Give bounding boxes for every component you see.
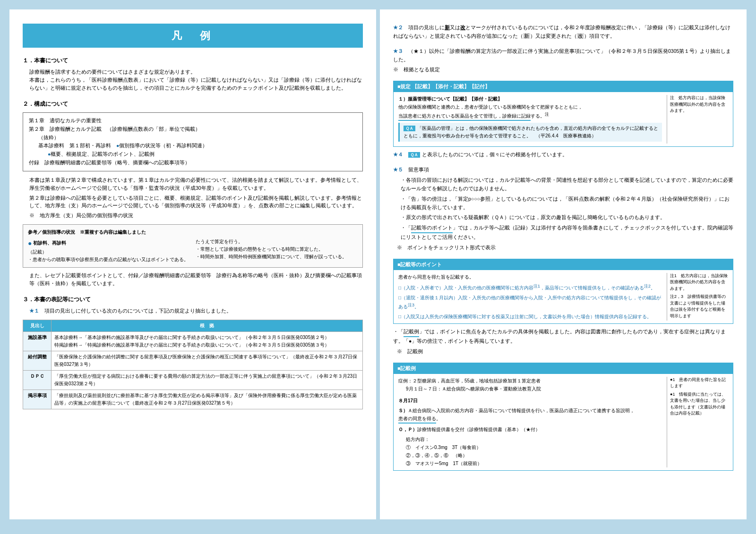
section2-heading: ２．構成について <box>23 100 363 109</box>
box-line6: 付録 診療報酬明細書の記載要領等（略号、摘要欄への記載事項等） <box>29 159 357 167</box>
example-box-body: 症例：２型糖尿病，高血圧等，55歳，地域包括診療加算１算定患者 9月１日～７日：… <box>394 374 733 470</box>
section1-content: 診療報酬を請求するための要件についてはさまざまな規定があります。 本書は，これら… <box>29 68 363 92</box>
table-row: 掲示事項 「療担規則及び薬担規則並びに療担基準に基づき厚生労働大臣が定める掲示事… <box>23 390 363 409</box>
point-box-body: 患者から同意を得た旨を記載する。 □（入院・入所者で）入院・入所先の他の医療機関… <box>394 270 733 324</box>
example-case: 症例：２型糖尿病，高血圧等，55歳，地域包括診療加算１算定患者 <box>398 377 662 385</box>
point-note: ※ ポイントをチェックリスト形式で表示 <box>397 244 733 252</box>
point-side-note2: 注2，3 診療情報提供書等の文書により情報提供をした場合は抜を添付するなど根拠を… <box>670 294 728 319</box>
star5-heading: ★５ 留意事項 <box>393 166 733 174</box>
section1-heading: １．本書について <box>23 56 363 65</box>
ex-side-note1: ●1 患者の同意を得た旨を記します <box>670 377 728 390</box>
ref-inner: ● 初診料、再診料 （記載） ・患者からの聴取事項や診察所見の要点の記載がない又… <box>28 238 358 263</box>
ref-left: ● 初診料、再診料 （記載） ・患者からの聴取事項や診察所見の要点の記載がない又… <box>28 238 190 263</box>
ref-l2: （記載） <box>28 248 190 256</box>
example-rp2: ②，③，④，⑤，⑥ （略） <box>406 451 662 459</box>
example-rp3: ③ マオスリー5mg 1T（就寝前） <box>406 459 662 467</box>
point-layout: 患者から同意を得た旨を記載する。 □（入院・入所者で）入院・入所先の他の医療機関… <box>398 273 728 321</box>
star3-label: ★３ <box>393 48 403 54</box>
rule-item1-content: 他の保険医療機関と連携の上，患者が受診している医療機関を全て把握するとともに，当… <box>398 103 662 121</box>
example-col-side: ●1 患者の同意を得た旨を記します ●1 情報提供に当たっては、文書を用いた場合… <box>667 377 728 467</box>
ref-note: また、レセプト記載要領ポイントとして、付録／診療報酬明細書の記載要領等 診療行為… <box>29 271 363 288</box>
s2-p1: 本書は第１章及び第２章で構成されています。第１章はカルテ完備の必要性について、法… <box>29 176 363 192</box>
box-line5: ●概要、根拠規定、記載等のポイント、記載例 <box>48 150 357 159</box>
point-col-side: 注1 処方内容には，当該保険医療機関以外の処方内容を含みます。 注2，3 診療情… <box>667 273 728 321</box>
point-item1: □（入院・入所者で）入院・入所先の他の医療機関等に処方内容注1，薬品等について情… <box>398 283 662 292</box>
row-label-1: 給付調整 <box>23 351 52 370</box>
star2-label: ★２ <box>393 25 403 30</box>
ref-right: たうえで算定を行う。 ・常態として診療後処の態勢をとっている時間に算定した。 ・… <box>196 238 358 263</box>
ref-box-title: 参考／個別指導の状況 ※重複する内容は編集しました <box>28 229 358 236</box>
title-box: 凡 例 <box>23 24 363 48</box>
star3-text: ★３ （★１）以外に「診療報酬の算定方法の一部改正に伴う実施上の留意事項について… <box>393 47 733 64</box>
example-layout: 症例：２型糖尿病，高血圧等，55歳，地域包括診療加算１算定患者 9月１日～７日：… <box>398 377 728 467</box>
ref-r2: ・常態として診療後処の態勢をとっている時間に算定した。 <box>196 246 358 253</box>
point-box: ■記載等のポイント 患者から同意を得た旨を記載する。 □（入院・入所者で）入院・… <box>393 259 733 324</box>
table-row: 施設基準 基本診療料→「基本診療料の施設基準等及びその届出に関する手続きの取扱い… <box>23 331 363 351</box>
star1-text: ★１ 項目の見出しに付している次のものについては，下記の規定より抽出しました。 <box>29 307 363 315</box>
example-s: Ｓ）Ａ総合病院へ入院前の処方内容・薬品等について情報提供を行い，医薬品の適正につ… <box>398 407 662 424</box>
rule-item1-heading: １）服薬管理等について【記載】【添付・記載】 <box>398 95 662 103</box>
s2-p3: ※ 地方厚生（支）局公開の個別指導の状況 <box>29 212 363 220</box>
ryui-3: ・原文の形式で出されている疑義解釈（ＱＡ）については，原文の趣旨を掲記し簡略化し… <box>401 213 733 222</box>
rule-box-header: ■規定 【記載】【添付・記載】【記付】 <box>394 81 733 92</box>
box-line1: 第１章 適切なカルテの重要性 <box>29 117 357 125</box>
box-line3: （抜粋） <box>38 134 357 142</box>
ref-l3: ・患者からの聴取事項や診察所見の要点の記載がない又はポイントである。 <box>28 256 190 263</box>
star3-section: ★３ （★１）以外に「診療報酬の算定方法の一部改正に伴う実施上の留意事項について… <box>393 47 733 75</box>
example-dates: 9月１日～７日：Ａ総合病院へ糖尿病の食事・運動療法教育入院 <box>406 385 662 393</box>
page-container: 凡 例 １．本書について 診療報酬を請求するための要件についてはさまざまな規定が… <box>0 0 756 529</box>
box-line2: 第２章 診療報酬とカルテ記載 （診療報酬点数表の「部」単位で掲載） <box>29 125 357 134</box>
kiroku-note: ・「記載例」では，ポイントに焦点をあてたカルテの具体例を掲載しました。内容は図書… <box>393 328 733 346</box>
section3-heading: ３．本書の表記等について <box>23 295 363 304</box>
rule-box-body: １）服薬管理等について【記載】【添付・記載】 他の保険医療機関と連携の上，患者が… <box>394 92 733 146</box>
qa-box: ＱＡ「医薬品の管理」とは，他の保険医療機関で処方されたものを含め，直近の処方内容… <box>398 123 662 142</box>
section1-p2: 本書は，これらのうち，「医科診療報酬点数表」において「診療録（等）に記載しなけれ… <box>29 76 363 92</box>
table-header-label: 見出し <box>23 320 52 331</box>
box-line4: 基本診療料 第１部初・再診料 ●個別指導の状況等（初・再診料関連） <box>38 142 357 150</box>
data-table: 見出し 根 拠 施設基準 基本診療料→「基本診療料の施設基準等及びその届出に関す… <box>23 320 363 409</box>
row-label-0: 施設基準 <box>23 331 52 351</box>
section2-box: 第１章 適切なカルテの重要性 第２章 診療報酬とカルテ記載 （診療報酬点数表の「… <box>23 112 363 171</box>
star1-label: ★１ 項目の見出しに付している次のものについては，下記の規定より抽出しました。 <box>29 307 363 315</box>
point-item3: □（入院又は入所先の保険医療機関等に対する投薬又は注射に関し，文書以外を用いた場… <box>398 313 662 321</box>
qa-inline-label: ＱＡ <box>408 152 420 158</box>
page-title: 凡 例 <box>23 27 363 44</box>
ryui-4: ・「記載等のポイント」では，カルテ等へ記載（記録）又は添付する内容等を箇条書きに… <box>401 224 733 242</box>
row-content-0: 基本診療料→「基本診療料の施設基準等及びその届出に関する手続きの取扱いについて」… <box>52 331 363 351</box>
ref-note-text: また、レセプト記載要領ポイントとして、付録／診療報酬明細書の記載要領等 診療行為… <box>29 271 363 288</box>
s2-p2: 第２章は診療録への記載等を必要としている項目ごとに、概要、根拠規定、記載等のポイ… <box>29 194 363 210</box>
ref-box: 参考／個別指導の状況 ※重複する内容は編集しました ● 初診料、再診料 （記載）… <box>23 224 363 268</box>
point-side-note1: 注1 処方内容には，当該保険医療機関以外の処方内容を含みます。 <box>670 273 728 292</box>
star4-section: ★４ ＱＡと表示したものについては，個々にその根拠を付しています。 <box>393 151 733 159</box>
point-item0: 患者から同意を得た旨を記載する。 <box>398 273 662 281</box>
kiroku-section: ・「記載例」では，ポイントに焦点をあてたカルテの具体例を掲載しました。内容は図書… <box>393 328 733 356</box>
ex-note: ※ 記載例 <box>397 348 733 356</box>
rule-col-side: 注 処方内容には，当該保険医療機関以外の処方内容を含みます。 <box>667 95 728 144</box>
row-content-1: 「医療保険と介護保険の給付調整に関する留意事項及び医療保険と介護保険の相互に関連… <box>52 351 363 370</box>
point-item2: □（退院・退所後１月以内）入院・入所先の他の医療機関等から入院・入所中の処方内容… <box>398 294 662 311</box>
example-op: Ｏ，Ｐ）診療情報提供書を交付（診療情報提供書（基本）（★付） <box>398 425 662 433</box>
table-header-basis: 根 拠 <box>52 320 363 331</box>
star4-label: ★４ <box>393 152 403 157</box>
row-content-2: 「厚生労働大臣が指定する病院における療養に要する費用の額の算定方法の一部改正等に… <box>52 370 363 390</box>
example-rp-label: 処方内容： <box>406 435 662 443</box>
section1-p1: 診療報酬を請求するための要件についてはさまざまな規定があります。 <box>29 68 363 76</box>
example-date: ８月17日 <box>398 397 662 405</box>
ref-l1: ● 初診料、再診料 <box>28 238 190 248</box>
right-page: ★２ 項目の見出しに新又は改とマークが付されているものについては，令和２年度診療… <box>380 9 747 519</box>
star5-section: ★５ 留意事項 ・各項目の冒頭における解説については，カルテ記載等への背景・関連… <box>393 166 733 252</box>
star2-text: ★２ 項目の見出しに新又は改とマークが付されているものについては，令和２年度診療… <box>393 24 733 41</box>
section2-content2: 本書は第１章及び第２章で構成されています。第１章はカルテ完備の必要性について、法… <box>29 176 363 220</box>
table-row: 給付調整 「医療保険と介護保険の給付調整に関する留意事項及び医療保険と介護保険の… <box>23 351 363 370</box>
ref-r3: ・時間外加算、時間外特例医療機関加算について、理解が誤っている。 <box>196 253 358 261</box>
example-box-header: ■記載例 <box>394 363 733 374</box>
example-col-main: 症例：２型糖尿病，高血圧等，55歳，地域包括診療加算１算定患者 9月１日～７日：… <box>398 377 662 467</box>
row-label-2: ＤＰＣ <box>23 370 52 390</box>
ex-side-note2: ●1 情報提供に当たっては、文書を用いた場合は、当し少も添付します（文書以外の場… <box>670 391 728 417</box>
point-col-main: 患者から同意を得た旨を記載する。 □（入院・入所者で）入院・入所先の他の医療機関… <box>398 273 662 321</box>
table-row: ＤＰＣ 「厚生労働大臣が指定する病院における療養に要する費用の額の算定方法の一部… <box>23 370 363 390</box>
row-label-3: 掲示事項 <box>23 390 52 409</box>
table-wrapper: 見出し 根 拠 施設基準 基本診療料→「基本診療料の施設基準等及びその届出に関す… <box>23 320 363 409</box>
point-box-header: ■記載等のポイント <box>394 259 733 270</box>
example-rp1: ① イイスン0.3mg 3T（毎食前） <box>406 443 662 451</box>
